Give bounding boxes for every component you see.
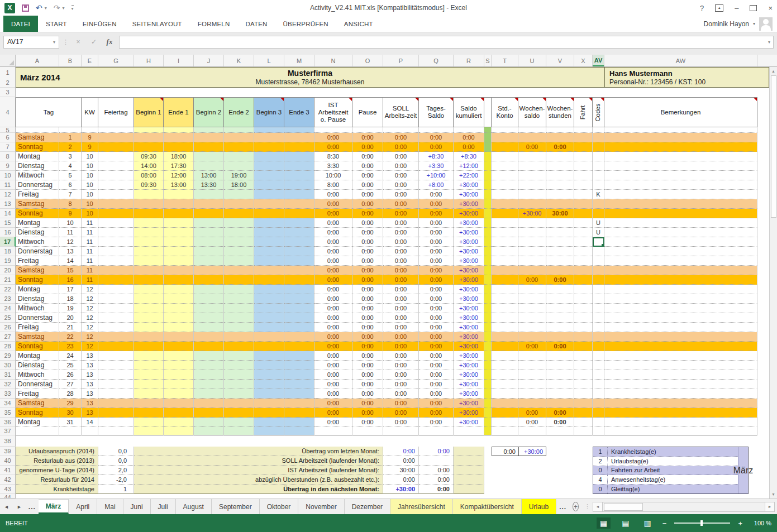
cell-r22-code[interactable] — [593, 285, 604, 294]
cell-r10-b1[interactable]: 08:00 — [134, 171, 164, 180]
header-beginn-3[interactable]: Beginn 3 — [254, 97, 284, 127]
cell-r9-b2[interactable] — [194, 161, 224, 171]
cell-r22-kw[interactable]: 12 — [82, 285, 98, 294]
cell-r25-s[interactable] — [484, 313, 492, 323]
cell-r15-b1[interactable] — [134, 218, 164, 228]
cell-r25-kw[interactable]: 12 — [82, 313, 98, 323]
cell-r27-s[interactable] — [484, 332, 492, 342]
cell-r17-e1[interactable] — [164, 237, 194, 247]
cell-r18-tag[interactable]: 0:00 — [419, 247, 454, 256]
cell-r20-b1[interactable] — [134, 266, 164, 275]
cell-r30-std[interactable] — [492, 361, 518, 370]
cell-r37-b2[interactable] — [194, 427, 224, 435]
cell-r27-hol[interactable] — [98, 332, 134, 342]
cell-r22-hol[interactable] — [98, 285, 134, 294]
cell-r26-code[interactable] — [593, 323, 604, 332]
cell-r33-date[interactable]: 28 — [59, 389, 82, 399]
cell-r21-fah[interactable] — [574, 275, 593, 285]
sheet-tab-juni[interactable]: Juni — [123, 499, 151, 514]
row-header-44[interactable]: 44 — [0, 494, 16, 499]
cell-r26-day[interactable]: Freitag — [16, 323, 59, 332]
cell-r26-b1[interactable] — [134, 323, 164, 332]
cell-r34-sal[interactable]: +30:00 — [454, 399, 484, 408]
cell-r28-b3[interactable] — [254, 342, 284, 351]
cell-r33-e2[interactable] — [224, 389, 254, 399]
cell-r12-code[interactable]: K — [593, 190, 604, 199]
cell-r23-sal[interactable]: +30:00 — [454, 294, 484, 304]
cell-r19-std[interactable] — [492, 256, 518, 266]
cell-r6-bem[interactable] — [604, 133, 757, 142]
cell-r10-hol[interactable] — [98, 171, 134, 180]
cell-r34-fah[interactable] — [574, 399, 593, 408]
cell-r30-e1[interactable] — [164, 361, 194, 370]
cell-r15-tag[interactable]: 0:00 — [419, 218, 454, 228]
cell-r10-date[interactable]: 5 — [59, 171, 82, 180]
cell-r20-s[interactable] — [484, 266, 492, 275]
cell-r15-soll[interactable]: 0:00 — [383, 218, 419, 228]
redo-caret-icon[interactable]: ▾ — [62, 6, 64, 11]
cell-r36-date[interactable]: 31 — [59, 418, 82, 427]
summary-mid-value-2[interactable]: 0:00 — [419, 475, 454, 485]
cell-r12-b2[interactable] — [194, 190, 224, 199]
cell-r30-bem[interactable] — [604, 361, 757, 370]
cell-r10-e1[interactable]: 12:00 — [164, 171, 194, 180]
cell-r26-pau[interactable]: 0:00 — [352, 323, 383, 332]
cell-r12-s[interactable] — [484, 190, 492, 199]
row-header-41[interactable]: 41 — [0, 466, 16, 475]
cell-r16-tag[interactable]: 0:00 — [419, 228, 454, 237]
column-header-S[interactable]: S — [484, 55, 492, 66]
cell-r32-pau[interactable]: 0:00 — [352, 380, 383, 389]
summary-mid-value-1[interactable]: +30:00 — [383, 485, 419, 494]
cell-r35-ist[interactable]: 0:00 — [314, 408, 352, 418]
row-header-31[interactable]: 31 — [0, 370, 16, 380]
cell-r32-bem[interactable] — [604, 380, 757, 389]
cell-r5-s[interactable] — [484, 127, 492, 133]
cell-r26-soll[interactable]: 0:00 — [383, 323, 419, 332]
cell-r6-ist[interactable]: 0:00 — [314, 133, 352, 142]
cell-r36-sal[interactable]: +30:00 — [454, 418, 484, 427]
cell-r8-hol[interactable] — [98, 152, 134, 161]
cell-r10-sal[interactable]: +22:00 — [454, 171, 484, 180]
cell-r13-b1[interactable] — [134, 199, 164, 209]
empty-row-3[interactable] — [16, 88, 757, 97]
cell-r34-std[interactable] — [492, 399, 518, 408]
cell-r19-day[interactable]: Freitag — [16, 256, 59, 266]
cell-r14-ws[interactable]: +30:00 — [518, 209, 546, 218]
cell-r8-e3[interactable] — [284, 152, 314, 161]
cell-r18-b2[interactable] — [194, 247, 224, 256]
cell-r6-std[interactable] — [492, 133, 518, 142]
row-header-33[interactable]: 33 — [0, 389, 16, 399]
cell-r18-code[interactable] — [593, 247, 604, 256]
cell-r25-tag[interactable]: 0:00 — [419, 313, 454, 323]
cell-r36-b2[interactable] — [194, 418, 224, 427]
cell-r27-date[interactable]: 22 — [59, 332, 82, 342]
cell-r19-date[interactable]: 14 — [59, 256, 82, 266]
cell-r9-code[interactable] — [593, 161, 604, 171]
cell-r18-day[interactable]: Donnerstag — [16, 247, 59, 256]
cell-r17-pau[interactable]: 0:00 — [352, 237, 383, 247]
header-spacer[interactable] — [484, 97, 492, 127]
sheet-tab-kompaktübersicht[interactable]: Kompaktübersicht — [453, 499, 522, 514]
cell-r29-hol[interactable] — [98, 351, 134, 361]
cell-r20-e3[interactable] — [284, 266, 314, 275]
scroll-down-icon[interactable]: ▼ — [770, 490, 777, 499]
cell-r28-std[interactable] — [492, 342, 518, 351]
cell-r5-wst[interactable] — [546, 127, 574, 133]
cell-r7-b3[interactable] — [254, 142, 284, 152]
add-sheet-icon[interactable]: + — [573, 502, 579, 511]
row-header-39[interactable]: 39 — [0, 447, 16, 456]
cell-r37-code[interactable] — [593, 427, 604, 435]
cell-r14-std[interactable] — [492, 209, 518, 218]
row-header-21[interactable]: 21 — [0, 275, 16, 285]
cell-r5-b3[interactable] — [254, 127, 284, 133]
cell-r35-date[interactable]: 30 — [59, 408, 82, 418]
cell-r37-ist[interactable] — [314, 427, 352, 435]
cell-r21-wst[interactable]: 0:00 — [546, 275, 574, 285]
cell-r29-tag[interactable]: 0:00 — [419, 351, 454, 361]
cell-r28-date[interactable]: 23 — [59, 342, 82, 351]
cell-r10-code[interactable] — [593, 171, 604, 180]
cell-r21-b2[interactable] — [194, 275, 224, 285]
cell-r27-bem[interactable] — [604, 332, 757, 342]
cell-r6-e3[interactable] — [284, 133, 314, 142]
cell-r23-ist[interactable]: 0:00 — [314, 294, 352, 304]
